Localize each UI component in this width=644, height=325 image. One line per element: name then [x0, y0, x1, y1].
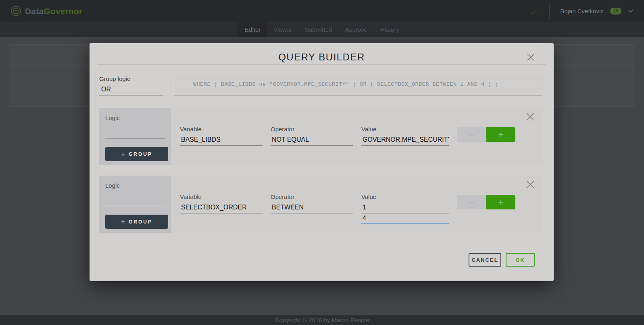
modal-title-divider: [98, 64, 546, 65]
logic-label: Logic: [105, 182, 171, 189]
tab-submitted[interactable]: Submitted: [298, 22, 339, 37]
query-preview: WHERE ( BASE_LIBDS ne "GOVERNOR.MPE_SECU…: [174, 75, 542, 96]
operator-input[interactable]: BETWEEN: [271, 203, 353, 213]
ok-button[interactable]: OK: [506, 253, 535, 267]
value-stepper: – +: [457, 127, 515, 142]
add-group-button[interactable]: + GROUP: [105, 147, 168, 161]
logic-label: Logic: [105, 114, 171, 121]
add-group-label: GROUP: [129, 219, 152, 225]
condition-group-2: Logic + GROUP Variable SELECTBOX_ORDER O…: [99, 176, 543, 233]
modal-actions: CANCEL OK: [469, 253, 535, 267]
remove-value-button[interactable]: –: [457, 195, 486, 209]
plus-icon: +: [121, 218, 125, 226]
page-footer: Copyright © 2018 by Macro People: [0, 315, 644, 325]
logic-input[interactable]: [105, 132, 165, 139]
add-group-label: GROUP: [129, 151, 152, 157]
plus-icon: +: [121, 150, 125, 158]
copyright-text: Copyright © 2018 by Macro People: [275, 317, 369, 323]
app-logo: DataGovernor: [10, 6, 82, 17]
chevron-down-icon[interactable]: [628, 9, 634, 13]
user-badge: 20: [610, 8, 621, 14]
main-tabbar: Editor Viewer Submitted Approve History: [0, 22, 644, 37]
variable-label: Variable: [180, 193, 263, 200]
operator-label: Operator: [271, 193, 353, 200]
variable-label: Variable: [180, 126, 263, 132]
value-input[interactable]: GOVERNOR.MPE_SECURITY: [361, 135, 449, 146]
navbar-divider: [549, 3, 550, 19]
navbar-user-area: Bojan Cvetkovic 20: [528, 3, 634, 19]
modal-title: QUERY BUILDER: [90, 52, 554, 63]
group-logic-label: Group logic: [99, 75, 163, 82]
logo-part-governor: Governor: [44, 6, 82, 16]
group-logic-input[interactable]: OR: [99, 85, 163, 95]
logic-input[interactable]: [105, 200, 165, 206]
value-field: Value 1 4: [361, 193, 449, 224]
tab-viewer[interactable]: Viewer: [267, 22, 298, 37]
operator-input[interactable]: NOT EQUAL: [271, 135, 353, 146]
variable-field: Variable SELECTBOX_ORDER: [180, 193, 263, 213]
tab-editor[interactable]: Editor: [238, 22, 267, 37]
add-value-button[interactable]: +: [486, 195, 515, 209]
variable-input[interactable]: BASE_LIBDS: [180, 135, 263, 146]
user-name[interactable]: Bojan Cvetkovic: [560, 8, 604, 14]
query-builder-modal: QUERY BUILDER Group logic OR WHERE ( BAS…: [90, 43, 554, 281]
check-icon[interactable]: [528, 6, 539, 17]
variable-input[interactable]: SELECTBOX_ORDER: [180, 203, 263, 213]
top-navbar: DataGovernor Bojan Cvetkovic 20: [0, 0, 644, 22]
operator-field: Operator NOT EQUAL: [271, 126, 353, 146]
remove-group-icon[interactable]: [525, 179, 536, 190]
operator-label: Operator: [271, 126, 353, 132]
value-input-2[interactable]: 4: [361, 213, 449, 224]
tab-history[interactable]: History: [374, 22, 406, 37]
database-logo-icon: [10, 6, 21, 17]
add-group-button[interactable]: + GROUP: [105, 215, 168, 229]
value-stepper: – +: [457, 195, 515, 209]
value-label: Value: [361, 193, 449, 200]
group-logic-field: Group logic OR: [99, 75, 163, 95]
cancel-button[interactable]: CANCEL: [469, 253, 501, 267]
add-value-button[interactable]: +: [486, 127, 515, 142]
variable-field: Variable BASE_LIBDS: [180, 126, 263, 146]
operator-field: Operator BETWEEN: [271, 193, 353, 213]
group-2-logic-column: Logic + GROUP: [99, 176, 171, 233]
condition-group-1: Logic + GROUP Variable BASE_LIBDS Operat…: [99, 108, 543, 165]
remove-value-button[interactable]: –: [457, 127, 486, 142]
value-input-1[interactable]: 1: [361, 203, 449, 213]
group-1-logic-column: Logic + GROUP: [99, 108, 171, 165]
value-field: Value GOVERNOR.MPE_SECURITY: [361, 126, 449, 146]
app-title: DataGovernor: [25, 6, 82, 16]
modal-close-icon[interactable]: [526, 53, 535, 62]
remove-group-icon[interactable]: [525, 112, 536, 122]
logo-part-data: Data: [25, 6, 44, 16]
value-label: Value: [361, 126, 449, 132]
tab-approve[interactable]: Approve: [338, 22, 374, 37]
